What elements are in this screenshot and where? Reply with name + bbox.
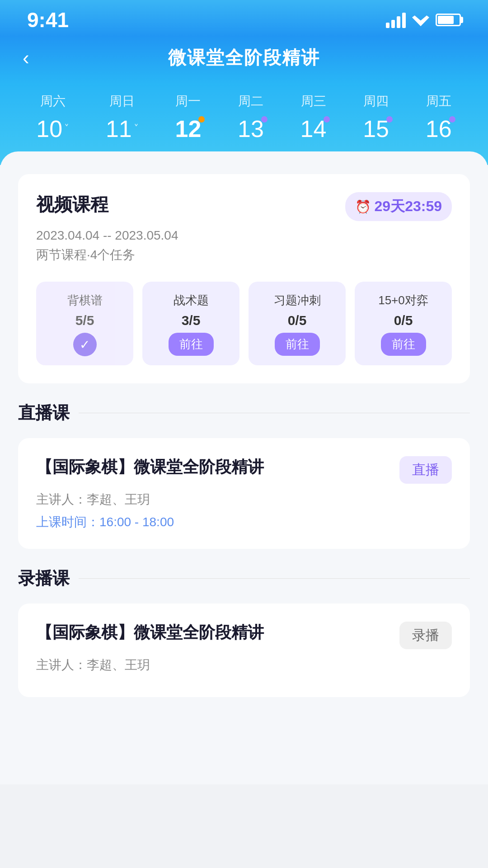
task-card-check-icon: ✓ [73,333,97,356]
task-card-action-btn[interactable]: 前往 [381,333,426,356]
cal-day-label: 周五 [426,93,451,110]
task-card-progress: 0/5 [288,313,307,328]
task-card-progress: 3/5 [182,313,201,328]
signal-icon [386,12,406,28]
countdown-badge: ⏰ 29天23:59 [345,192,452,221]
recorded-badge[interactable]: 录播 [399,622,452,649]
task-card-task1[interactable]: 背棋谱5/5✓ [36,282,133,365]
wifi-icon [412,14,429,26]
task-cards: 背棋谱5/5✓战术题3/5前往习题冲刺0/5前往15+0对弈0/5前往 [36,282,452,365]
cal-day-label: 周六 [40,93,66,110]
record-course-title: 【国际象棋】微课堂全阶段精讲 [36,622,390,644]
task-card-title: 背棋谱 [67,292,103,308]
task-card-title: 15+0对弈 [378,292,428,308]
cal-dot [386,116,393,123]
task-card-title: 习题冲刺 [274,292,321,308]
cal-day-sat[interactable]: 周六10˅ [36,93,69,142]
cal-day-num: 14 [300,115,327,142]
cal-day-num: 15 [363,115,389,142]
cal-day-num: 13 [238,115,264,142]
record-section: 录播课 【国际象棋】微课堂全阶段精讲 录播 主讲人：李超、王玥 [18,567,470,697]
main-content: 视频课程 ⏰ 29天23:59 2023.04.04 -- 2023.05.04… [0,151,488,784]
task-card-task3[interactable]: 习题冲刺0/5前往 [249,282,346,365]
cal-day-fri[interactable]: 周五16 [426,93,452,142]
record-course-teacher: 主讲人：李超、王玥 [36,656,452,674]
clock-icon: ⏰ [355,199,371,214]
status-icons [386,12,461,28]
cal-day-num: 16 [426,115,452,142]
back-button[interactable]: ‹ [23,47,29,69]
cal-day-label: 周二 [238,93,263,110]
task-card-action-btn[interactable]: 前往 [275,333,320,356]
cal-day-num: 12 [175,115,201,142]
cal-dot [324,116,330,123]
task-info: 两节课程·4个任务 [36,246,452,264]
cal-day-sun[interactable]: 周日11˅ [106,93,139,142]
cal-day-label: 周三 [301,93,326,110]
live-section: 直播课 【国际象棋】微课堂全阶段精讲 直播 主讲人：李超、王玥 上课时间：16:… [18,401,470,549]
countdown-text: 29天23:59 [375,197,442,217]
battery-icon [436,14,461,26]
cal-day-num: 11˅ [106,115,139,142]
cal-day-label: 周一 [175,93,201,110]
record-section-label: 录播课 [18,567,70,590]
cal-day-label: 周四 [363,93,389,110]
task-card-title: 战术题 [174,292,209,308]
live-section-label: 直播课 [18,401,70,425]
page-title: 微课堂全阶段精讲 [168,45,320,70]
cal-dot [198,116,205,123]
header: ‹ 微课堂全阶段精讲 [0,36,488,84]
task-card-progress: 5/5 [75,313,94,328]
video-course-title: 视频课程 [36,192,108,217]
cal-dot [449,116,455,123]
status-bar: 9:41 [0,0,488,36]
live-course-time: 上课时间：16:00 - 18:00 [36,514,452,531]
live-course-card[interactable]: 【国际象棋】微课堂全阶段精讲 直播 主讲人：李超、王玥 上课时间：16:00 -… [18,438,470,549]
divider-line [79,413,470,413]
cal-day-mon[interactable]: 周一12 [175,93,201,142]
task-card-action-btn[interactable]: 前往 [169,333,214,356]
cal-day-tue[interactable]: 周二13 [238,93,264,142]
cal-day-thu[interactable]: 周四15 [363,93,389,142]
cal-day-label: 周日 [109,93,135,110]
record-course-card[interactable]: 【国际象棋】微课堂全阶段精讲 录播 主讲人：李超、王玥 [18,604,470,697]
task-card-task4[interactable]: 15+0对弈0/5前往 [355,282,452,365]
date-range: 2023.04.04 -- 2023.05.04 [36,228,452,243]
divider-line-2 [79,578,470,579]
task-card-task2[interactable]: 战术题3/5前往 [142,282,239,365]
live-badge[interactable]: 直播 [399,456,452,484]
status-time: 9:41 [27,8,69,32]
cal-day-num: 10˅ [36,115,69,142]
live-course-teacher: 主讲人：李超、王玥 [36,491,452,508]
cal-dot [261,116,267,123]
video-course-section: 视频课程 ⏰ 29天23:59 2023.04.04 -- 2023.05.04… [18,174,470,383]
cal-day-wed[interactable]: 周三14 [300,93,327,142]
live-course-title: 【国际象棋】微课堂全阶段精讲 [36,456,390,478]
task-card-progress: 0/5 [394,313,413,328]
